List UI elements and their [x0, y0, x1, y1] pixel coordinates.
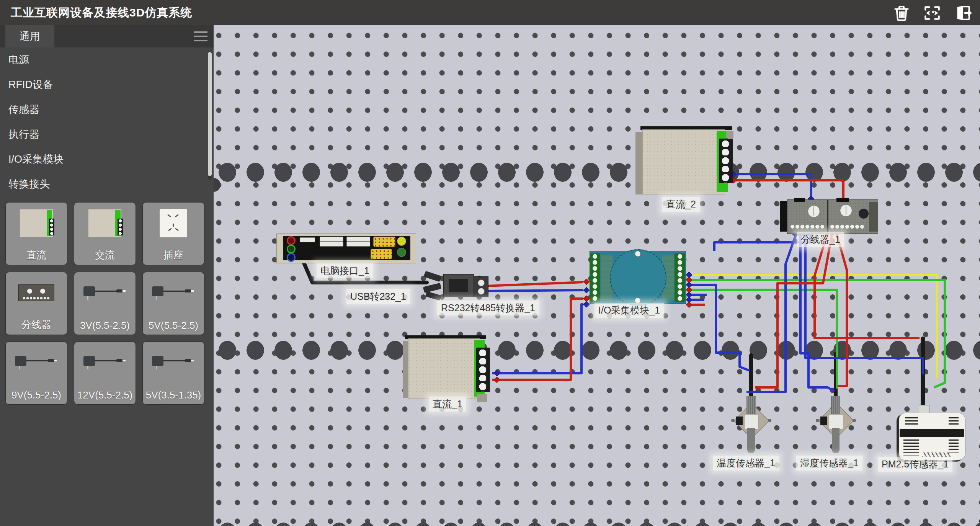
palette-card-splitter[interactable]: 分线器: [5, 272, 67, 335]
splitter-screw: [840, 204, 852, 217]
menu-item-io-module[interactable]: I/O采集模块: [0, 147, 214, 172]
menu-item-sensor[interactable]: 传感器: [0, 97, 214, 122]
menu-item-converter[interactable]: 转换接头: [0, 172, 214, 197]
pegboard-hole-row: [214, 339, 980, 362]
eye-scan-icon: [923, 3, 942, 23]
device-label: 分线器_1: [797, 232, 844, 247]
probe-connector: [820, 417, 827, 425]
splitter-notch: [794, 198, 805, 202]
scrollbar-thumb[interactable]: [208, 52, 212, 176]
menu-item-power[interactable]: 电源: [0, 47, 214, 72]
audio-jack-red: [287, 236, 296, 245]
pm25-vents: [905, 417, 918, 426]
mount-hole: [731, 419, 735, 422]
trash-icon: [892, 3, 911, 23]
usb-port: [320, 237, 343, 242]
palette-card-adapter-5v[interactable]: 5V(5.5-2.5): [142, 272, 204, 335]
usb-port: [346, 237, 370, 242]
audio-jack-green: [287, 245, 296, 253]
splitter-terminals: [830, 224, 864, 229]
pegboard-hole-row: [214, 517, 980, 526]
category-menu: 电源 RFID设备 传感器 执行器 I/O采集模块 转换接头: [0, 47, 214, 197]
dc2-body: [642, 129, 725, 194]
palette-card-adapter-9v[interactable]: 9V(5.5-2.5): [5, 341, 67, 405]
tab-general[interactable]: 通用: [5, 25, 54, 47]
device-label: PM2.5传感器_1: [878, 457, 952, 472]
io-terminal-strip-left: [590, 253, 600, 302]
dc1-body: [408, 338, 480, 399]
probe-connector: [736, 417, 743, 425]
pm25-vents: [903, 439, 919, 456]
device-label: 电脑接口_1: [317, 263, 373, 278]
power-adapter-icon: [150, 284, 196, 302]
pm25-vents: [949, 417, 959, 426]
power-adapter-icon: [13, 354, 59, 371]
io-screw: [635, 251, 641, 257]
dc1-foot: [477, 394, 487, 402]
dc1-terminal-block: [476, 348, 490, 392]
serial-port: [371, 249, 392, 259]
power-adapter-icon: [82, 354, 128, 371]
pm25-band: [900, 429, 964, 437]
cable-branch: [423, 283, 442, 293]
palette-card-socket[interactable]: 插座: [142, 202, 204, 265]
toolbar: [891, 3, 973, 23]
terminal-screw: [478, 279, 485, 286]
splitter-cap-right: [869, 202, 878, 232]
terminal-screw: [478, 288, 485, 295]
mount-hole: [816, 419, 819, 422]
power-adapter-icon: [150, 354, 196, 371]
power-adapter-icon: [82, 284, 128, 302]
device-palette: 直流 交流 插座 分线器 3V(5.5-2.5): [0, 202, 214, 411]
palette-card-adapter-12v[interactable]: 12V(5.5-2.5): [74, 341, 136, 405]
io-terminal-strip-right: [675, 253, 685, 302]
dc2-tab: [726, 131, 733, 138]
splitter-screw: [808, 205, 820, 217]
pm25-vents: [949, 439, 959, 452]
ps2-port-green: [397, 248, 406, 257]
splitter-terminals: [790, 224, 825, 229]
exit-door-icon: [953, 3, 972, 23]
app-title: 工业互联网设备及接线3D仿真系统: [11, 0, 192, 25]
ac-power-icon: [88, 209, 122, 237]
dc2-terminal-block: [719, 139, 733, 183]
cable-branch: [425, 291, 441, 301]
port: [300, 237, 315, 242]
device-label: 湿度传感器_1: [796, 456, 862, 470]
audio-jack-blue: [287, 253, 296, 262]
probe-tip: [832, 428, 840, 453]
mount-hole: [768, 419, 771, 422]
usb-port: [320, 242, 343, 247]
menu-item-rfid[interactable]: RFID设备: [0, 72, 214, 97]
palette-card-adapter-3v[interactable]: 3V(5.5-2.5): [74, 272, 136, 335]
menu-item-actuator[interactable]: 执行器: [0, 122, 214, 147]
top-bar: 工业互联网设备及接线3D仿真系统: [0, 0, 980, 25]
probe-band: [829, 414, 843, 430]
palette-card-ac[interactable]: 交流: [74, 202, 136, 265]
palette-card-dc[interactable]: 直流: [5, 202, 67, 265]
splitter-hole: [859, 209, 869, 219]
device-label: 直流_2: [662, 197, 700, 212]
delete-button[interactable]: [891, 3, 912, 23]
splitter-divider: [827, 200, 828, 232]
device-label: RS232转485转换器_1: [437, 301, 539, 315]
menu-icon[interactable]: [194, 31, 207, 41]
splitter-notch: [836, 198, 849, 202]
tab-strip: 通用: [0, 25, 214, 47]
pegboard-hole-row: [214, 161, 980, 184]
probe-tip: [747, 428, 755, 453]
device-label: 温度传感器_1: [713, 456, 779, 470]
ps2-port-yellow: [397, 237, 406, 246]
splitter-icon: [18, 284, 54, 301]
device-label: USB转232_1: [346, 289, 410, 304]
exit-button[interactable]: [952, 3, 973, 23]
socket-icon: [160, 209, 187, 237]
usb-port: [346, 242, 370, 247]
device-label: 直流_1: [429, 397, 466, 412]
mount-hole: [853, 419, 856, 422]
probe-band: [744, 414, 759, 430]
palette-card-adapter-5v-small[interactable]: 5V(3.5-1.35): [142, 341, 204, 405]
preview-button[interactable]: [922, 3, 942, 23]
sidebar: 通用 电源 RFID设备 传感器 执行器 I/O采集模块 转换接头 直流 交流 …: [0, 25, 214, 526]
device-label: I/O采集模块_1: [595, 303, 664, 318]
